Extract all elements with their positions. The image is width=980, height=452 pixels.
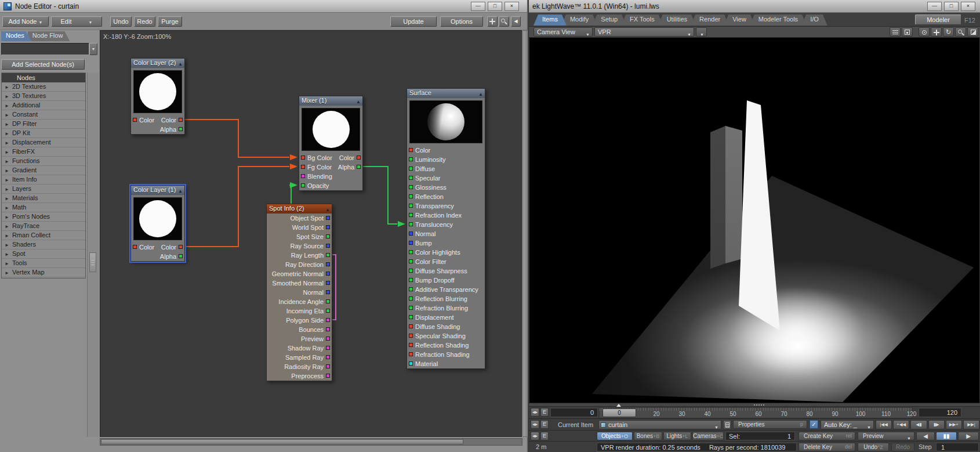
select-lights-button[interactable]: Lights+L (663, 432, 691, 440)
options-button[interactable]: Options (440, 16, 483, 27)
pin-in-bg-color[interactable] (301, 156, 305, 160)
frame-ruler[interactable]: 0102030405060708090100110120 0 (599, 407, 912, 418)
pin-in-fg-color[interactable] (301, 165, 305, 169)
pin-out-color[interactable] (179, 118, 183, 122)
menu-tab-modeler-tools[interactable]: Modeler Tools (750, 15, 807, 26)
wire-color-layer-2-to-mixer-bg[interactable] (185, 120, 289, 157)
menu-tab-view[interactable]: View (724, 15, 755, 26)
play-forward-button[interactable]: ▶ (958, 432, 979, 440)
transport-button[interactable]: +◀◀ (893, 420, 909, 429)
pin-in-color-highlights[interactable] (409, 250, 413, 254)
maximize-view-button[interactable] (967, 27, 978, 37)
pin-in-normal[interactable] (409, 232, 413, 236)
pin-in-material[interactable] (409, 361, 413, 366)
menu-tab-setup[interactable]: Setup (592, 15, 626, 26)
pin-out-ray-direction[interactable] (326, 262, 330, 266)
pin-in-diffuse-sharpness[interactable] (409, 269, 413, 273)
pin-out-smoothed-normal[interactable] (326, 281, 330, 285)
node-search-input[interactable] (1, 43, 89, 55)
pin-out-preprocess[interactable] (326, 374, 330, 378)
panel-splitter[interactable] (87, 73, 99, 437)
pin-out-ray-source[interactable] (326, 244, 330, 248)
canvas-horizontal-scrollbar[interactable] (100, 438, 522, 446)
current-item-dropdown[interactable]: curtain ▼ (598, 420, 721, 429)
render-options-button[interactable]: ▼ (696, 27, 707, 37)
close-button[interactable]: × (961, 2, 975, 11)
view-mode-dropdown[interactable]: Camera View▼ (533, 27, 593, 37)
collapse-arrow-icon[interactable]: ▲ (178, 60, 183, 68)
lightwave-titlebar[interactable]: ek LightWave™ 11.0.1 (Win64) - lumi.lws … (529, 0, 980, 13)
preview-dropdown[interactable]: Preview ▼ (858, 432, 914, 440)
timeline-nav-button[interactable]: ◂▸ (531, 408, 539, 417)
menu-tab-i-o[interactable]: I/O (801, 15, 827, 26)
pin-out-preview[interactable] (326, 337, 330, 341)
pin-in-blending[interactable] (301, 174, 305, 178)
pin-out-world-spot[interactable] (326, 225, 330, 229)
pin-in-color[interactable] (133, 245, 137, 249)
collapse-arrow-icon[interactable]: ▲ (478, 90, 483, 99)
collapse-arrow-icon[interactable]: ▲ (325, 205, 330, 214)
undo-button[interactable]: Undo (110, 16, 132, 27)
menu-tab-utilities[interactable]: Utilities (658, 15, 696, 26)
pin-out-ray-length[interactable] (326, 253, 330, 257)
pin-in-reflection-shading[interactable] (409, 343, 413, 347)
zoom-view-button[interactable] (955, 27, 966, 37)
autokey-checkbox[interactable]: ✓ (810, 420, 818, 429)
pin-out-radiosity-ray[interactable] (326, 364, 330, 368)
maximize-button[interactable]: □ (488, 2, 502, 11)
add-selected-button[interactable]: Add Selected Node(s) (1, 59, 85, 70)
frame-slider-handle[interactable]: 0 (602, 408, 636, 417)
play-reverse-button[interactable]: ◀ (916, 432, 935, 440)
pin-in-displacement[interactable] (409, 315, 413, 319)
library-category-displacement[interactable]: ►Displacement (2, 138, 85, 147)
library-category-materials[interactable]: ►Materials (2, 194, 85, 203)
pin-in-color[interactable] (133, 118, 137, 122)
library-category-3d-textures[interactable]: ►3D Textures (2, 92, 85, 101)
pin-in-specular-shading[interactable] (409, 334, 413, 338)
transport-button[interactable]: ▶▶+ (946, 420, 962, 429)
pin-out-geometric-normal[interactable] (326, 272, 330, 276)
pin-in-refraction-index[interactable] (409, 213, 413, 217)
pin-in-luminosity[interactable] (409, 157, 413, 161)
node-surface[interactable]: Surface▲ColorLuminosityDiffuseSpecularGl… (406, 88, 485, 369)
library-category-rman-collect[interactable]: ►Rman Collect (2, 231, 85, 240)
pin-in-specular[interactable] (409, 176, 413, 180)
row-nav-button[interactable]: ◂▸ (531, 420, 539, 429)
transport-button[interactable]: ▶▶| (963, 420, 979, 429)
pin-in-opacity[interactable] (301, 183, 305, 187)
delete-key-button[interactable]: Delete Key del (798, 443, 855, 451)
node-title-color-layer-1[interactable]: Color Layer (1)▲ (131, 186, 184, 195)
node-mixer-1[interactable]: Mixer (1)▲Bg ColorColorFg ColorAlphaBlen… (299, 96, 363, 191)
pin-in-refraction-shading[interactable] (409, 352, 413, 356)
library-category-functions[interactable]: ►Functions (2, 157, 85, 166)
auto-key-dropdown[interactable]: Auto Key: _▼ (821, 420, 874, 429)
transport-button[interactable]: |◀◀ (876, 420, 892, 429)
start-frame-field[interactable]: 0 (550, 408, 598, 417)
undo-button[interactable]: Undo^Z (858, 443, 889, 451)
library-category-shaders[interactable]: ►Shaders (2, 240, 85, 249)
pin-out-color[interactable] (357, 156, 361, 160)
pin-out-incoming-eta[interactable] (326, 309, 330, 313)
collapse-panel-button[interactable]: ◀ (511, 16, 521, 27)
pin-out-alpha[interactable] (357, 165, 361, 169)
transport-button[interactable]: ◀▮ (910, 420, 927, 429)
library-category-math[interactable]: ►Math (2, 203, 85, 212)
pin-out-polygon-side[interactable] (326, 318, 330, 322)
select-bones-button[interactable]: Bones+B (634, 432, 662, 440)
wire-spot-info-loop[interactable] (332, 255, 336, 320)
wire-mixer-alpha-to-surface-translucency[interactable] (363, 167, 397, 224)
pin-in-color-filter[interactable] (409, 259, 413, 263)
menu-tab-items[interactable]: Items (533, 15, 567, 26)
save-view-button[interactable] (902, 27, 913, 37)
timeline-envelope-button[interactable]: E (540, 408, 549, 417)
node-search-dropdown-button[interactable]: ▼ (89, 43, 97, 55)
tab-nodes[interactable]: Nodes (1, 31, 31, 41)
pin-in-translucency[interactable] (409, 222, 413, 226)
node-title-mixer-1[interactable]: Mixer (1)▲ (299, 96, 362, 106)
create-key-button[interactable]: Create Key ret (798, 432, 855, 440)
pin-in-bump[interactable] (409, 241, 413, 245)
step-value-field[interactable]: 1 (936, 443, 979, 451)
rotate-view-button[interactable]: ↻ (943, 27, 954, 37)
pin-out-alpha[interactable] (179, 254, 183, 258)
pin-in-transparency[interactable] (409, 204, 413, 208)
